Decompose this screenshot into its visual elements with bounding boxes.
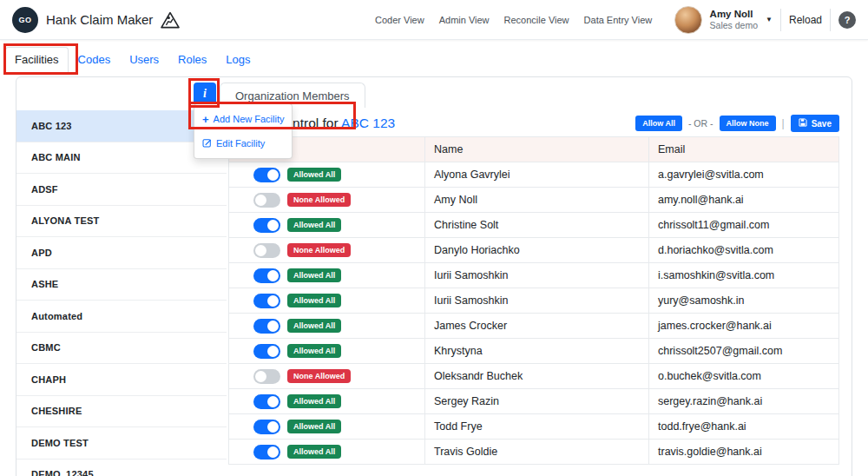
facility-item[interactable]: ASHE (16, 269, 227, 301)
main-tabs: FacilitiesCodesUsersRolesLogs (5, 47, 868, 73)
header-view-link[interactable]: Data Entry View (584, 15, 653, 25)
facility-item[interactable]: CHAPH (16, 364, 227, 396)
main-tab[interactable]: Roles (168, 47, 216, 73)
main-tab[interactable]: Facilities (5, 47, 69, 73)
access-toggle[interactable] (253, 445, 280, 459)
member-access-cell: Allowed All (229, 314, 425, 339)
main-tab[interactable]: Logs (216, 47, 260, 73)
reload-button[interactable]: Reload (789, 14, 822, 26)
facility-menu: + Add New Facility Edit Facility (194, 103, 293, 159)
user-info[interactable]: Amy Noll Sales demo (710, 8, 758, 32)
app-logo-text: GO (18, 16, 31, 24)
member-email: yury@samoshk.in (649, 288, 839, 314)
facility-item-label: CHESHIRE (31, 406, 82, 416)
access-toggle[interactable] (253, 218, 280, 233)
facility-item[interactable]: ALYONA TEST (16, 206, 227, 238)
member-name: Danylo Horiachko (425, 238, 649, 263)
member-email: chrissolt11@gmail.com (649, 213, 839, 238)
facility-item[interactable]: CHESHIRE (16, 396, 227, 428)
members-table: Name Email Allowed All Alyona Gavrylei a… (228, 136, 839, 465)
main-tab-label: Roles (178, 53, 207, 66)
member-name: Christine Solt (425, 213, 649, 238)
toggle-knob (255, 195, 266, 206)
main-tab[interactable]: Codes (69, 47, 121, 73)
access-toggle[interactable] (253, 193, 280, 208)
access-toggle[interactable] (253, 369, 280, 384)
facility-item[interactable]: CBMC (16, 333, 227, 365)
access-toggle[interactable] (253, 420, 280, 434)
app-title: Hank Claim Maker (46, 12, 153, 27)
facility-item-label: DEMO TEST (31, 438, 89, 448)
member-row: Allowed All Iurii Samoshkin i.samoshkin@… (229, 263, 839, 288)
actions-divider: | (782, 117, 785, 129)
access-badge: Allowed All (287, 294, 341, 307)
facility-actions-button[interactable]: i (194, 83, 216, 105)
header-view-link[interactable]: Admin View (439, 15, 490, 25)
main-tab[interactable]: Users (120, 47, 168, 73)
facility-item[interactable]: DEMO TEST (16, 427, 227, 459)
toggle-knob (267, 396, 279, 407)
facility-item[interactable]: ADSF (16, 174, 227, 206)
member-name: Khrystyna (425, 339, 649, 364)
save-button-label: Save (812, 119, 832, 129)
or-label: - OR - (688, 118, 713, 129)
access-toggle[interactable] (253, 344, 280, 359)
facility-item-label: ADSF (31, 184, 58, 195)
access-toggle[interactable] (253, 268, 280, 283)
header-view-link[interactable]: Reconcile View (504, 15, 569, 25)
access-badge: None Allowed (287, 193, 351, 207)
member-email: travis.goldie@hank.ai (649, 440, 839, 465)
member-row: Allowed All Sergey Razin sergey.razin@ha… (229, 389, 839, 414)
member-access-cell: Allowed All (229, 162, 425, 188)
header-view-link[interactable]: Coder View (375, 15, 424, 25)
header-divider (830, 9, 831, 31)
toggle-knob (267, 346, 279, 357)
member-name: Iurii Samoshkin (425, 263, 649, 288)
app-header: GO Hank Claim Maker Coder ViewAdmin View… (0, 0, 868, 40)
facility-item-label: CHAPH (31, 374, 66, 385)
save-button[interactable]: Save (791, 115, 839, 132)
member-access-cell: None Allowed (229, 188, 425, 213)
facility-item[interactable]: Automated (16, 301, 227, 333)
facility-item[interactable]: APD (16, 237, 227, 269)
access-badge: Allowed All (287, 344, 341, 358)
member-name: Oleksandr Buchek (425, 364, 649, 389)
facility-item-label: APD (31, 248, 52, 258)
member-email: a.gavrylei@svitla.com (649, 162, 839, 188)
chevron-down-icon[interactable]: ▼ (766, 16, 773, 23)
avatar[interactable] (674, 6, 702, 34)
facility-item-label: ASHE (31, 279, 58, 289)
access-toggle[interactable] (253, 294, 280, 308)
access-badge: Allowed All (287, 445, 341, 459)
member-row: Allowed All James Crocker james.crocker@… (229, 314, 839, 339)
member-row: None Allowed Amy Noll amy.noll@hank.ai (229, 188, 839, 213)
help-icon[interactable]: ? (838, 11, 856, 29)
allow-all-button[interactable]: Allow All (635, 116, 682, 131)
help-icon-glyph: ? (845, 15, 851, 25)
access-badge: Allowed All (287, 394, 341, 408)
access-toggle[interactable] (253, 168, 280, 182)
members-table-header-row: Name Email (229, 137, 839, 162)
access-toggle[interactable] (253, 319, 280, 334)
member-row: Allowed All Khrystyna chrissolt2507@gmai… (229, 339, 839, 364)
member-name: Sergey Razin (425, 389, 649, 414)
member-email: o.buchek@svitla.com (649, 364, 839, 389)
menu-item-add-facility[interactable]: + Add New Facility (194, 107, 292, 131)
member-email: james.crocker@hank.ai (649, 314, 839, 339)
facility-name: ABC 123 (341, 116, 395, 130)
allow-none-button[interactable]: Allow None (720, 116, 776, 131)
toggle-knob (267, 295, 279, 307)
brand: GO Hank Claim Maker (12, 7, 180, 33)
access-toggle[interactable] (253, 394, 280, 409)
roadworks-icon (161, 11, 180, 29)
toggle-knob (255, 371, 266, 382)
member-email: amy.noll@hank.ai (649, 188, 839, 213)
access-toggle[interactable] (253, 243, 280, 258)
facility-item-label: CBMC (31, 342, 61, 353)
access-badge: Allowed All (287, 319, 341, 333)
facility-item[interactable]: DEMO_12345 (16, 459, 227, 476)
column-name: Name (425, 137, 649, 162)
toggle-knob (267, 220, 279, 231)
menu-item-edit-facility[interactable]: Edit Facility (194, 131, 292, 155)
toggle-knob (267, 270, 279, 281)
